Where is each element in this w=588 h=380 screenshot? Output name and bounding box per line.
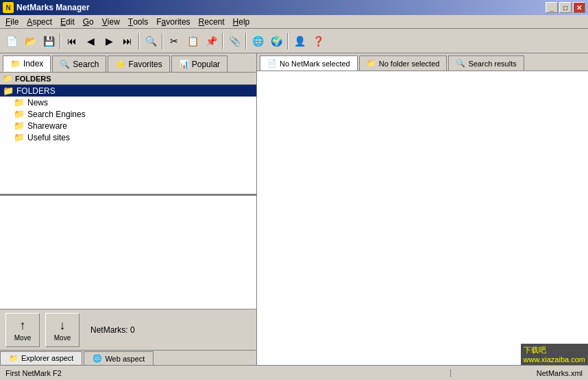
move-up-button[interactable]: ↑ Move — [5, 313, 40, 347]
separator-5 — [245, 33, 247, 49]
menu-recent[interactable]: Recent — [195, 15, 229, 28]
toolbar-prev[interactable]: ◀ — [82, 32, 99, 50]
status-left: First NetMark F2 — [0, 369, 451, 377]
toolbar-mark[interactable]: 📎 — [225, 32, 243, 50]
no-folder-icon: 📁 — [367, 59, 376, 68]
separator-6 — [287, 33, 289, 49]
bottom-pane — [0, 196, 256, 309]
maximize-button[interactable]: □ — [559, 2, 572, 13]
toolbar-last[interactable]: ⏭ — [119, 32, 136, 50]
toolbar-first[interactable]: ⏮ — [63, 32, 81, 50]
menu-tools[interactable]: Tools — [124, 15, 152, 28]
toolbar-open[interactable]: 📂 — [21, 32, 39, 50]
action-bar: ↑ Move ↓ Move NetMarks: 0 — [0, 309, 256, 350]
menu-help[interactable]: Help — [229, 15, 254, 28]
search-results-icon: 🔍 — [456, 59, 465, 68]
root-folder-icon: 📁 — [3, 86, 14, 96]
right-tab-no-folder[interactable]: 📁 No folder selected — [359, 55, 448, 71]
toolbar-cut[interactable]: ✂ — [165, 32, 183, 50]
status-right: NetMarks.xml — [451, 369, 588, 377]
toolbar-paste[interactable]: 📌 — [202, 32, 220, 50]
shareware-folder-icon: 📁 — [14, 121, 25, 131]
toolbar-help[interactable]: ❓ — [309, 32, 327, 50]
toolbar-save[interactable]: 💾 — [40, 32, 58, 50]
folder-tree-header: 📁 FOLDERS — [0, 73, 256, 85]
right-content-area — [257, 71, 588, 365]
right-tabbar: 📄 No NetMark selected 📁 No folder select… — [257, 53, 588, 71]
menu-go[interactable]: Go — [79, 15, 98, 28]
move-up-icon: ↑ — [20, 318, 26, 333]
news-folder-icon: 📁 — [14, 97, 25, 107]
minimize-button[interactable]: _ — [546, 2, 558, 13]
folder-icon: 📁 — [10, 59, 21, 68]
toolbar-globe2[interactable]: 🌍 — [267, 32, 285, 50]
explorer-aspect-icon: 📁 — [9, 354, 19, 363]
menu-file[interactable]: File — [1, 15, 23, 28]
menu-view[interactable]: View — [98, 15, 124, 28]
separator-4 — [222, 33, 223, 49]
tab-favorites[interactable]: ⭐ Favorites — [108, 55, 169, 72]
popular-tab-icon: 📊 — [179, 60, 189, 69]
app-icon: N — [3, 2, 14, 13]
menubar: File Aspect Edit Go View Tools Favorites… — [0, 15, 588, 29]
aspect-tab-web[interactable]: 🌐 Web aspect — [84, 351, 154, 365]
menu-aspect[interactable]: Aspect — [23, 15, 56, 28]
tab-popular[interactable]: 📊 Popular — [171, 55, 228, 72]
right-tab-search-results[interactable]: 🔍 Search results — [448, 55, 524, 71]
tree-item-useful-sites[interactable]: 📁 Useful sites — [0, 131, 256, 143]
watermark: 下载吧 www.xiazaiba.com — [521, 344, 588, 365]
menu-favorites[interactable]: Favorites — [152, 15, 194, 28]
toolbar-next[interactable]: ▶ — [100, 32, 118, 50]
menu-edit[interactable]: Edit — [56, 15, 79, 28]
toolbar-globe1[interactable]: 🌐 — [249, 32, 267, 50]
web-aspect-icon: 🌐 — [93, 354, 102, 363]
toolbar-user[interactable]: 👤 — [291, 32, 308, 50]
separator-1 — [60, 33, 61, 49]
separator-2 — [138, 33, 140, 49]
favorites-tab-icon: ⭐ — [115, 60, 125, 69]
left-panel: 📁 Index 🔍 Search ⭐ Favorites 📊 Popular — [0, 53, 257, 365]
no-netmark-icon: 📄 — [267, 59, 277, 68]
tab-index[interactable]: 📁 Index — [3, 55, 51, 72]
window-title: NetMarks Manager — [16, 3, 546, 12]
right-tab-no-netmark[interactable]: 📄 No NetMark selected — [260, 55, 358, 71]
statusbar: First NetMark F2 NetMarks.xml — [0, 365, 588, 380]
aspect-tab-explorer[interactable]: 📁 Explorer aspect — [0, 351, 82, 365]
titlebar: N NetMarks Manager _ □ ✕ — [0, 0, 588, 15]
aspect-tabs: 📁 Explorer aspect 🌐 Web aspect — [0, 350, 256, 365]
left-tabbar: 📁 Index 🔍 Search ⭐ Favorites 📊 Popular — [0, 53, 256, 73]
tree-item-news[interactable]: 📁 News — [0, 97, 256, 108]
tab-search[interactable]: 🔍 Search — [52, 55, 106, 72]
toolbar: 📄 📂 💾 ⏮ ◀ ▶ ⏭ 🔍 ✂ 📋 📌 📎 🌐 🌍 👤 ❓ — [0, 29, 588, 53]
tree-item-shareware[interactable]: 📁 Shareware — [0, 120, 256, 131]
separator-3 — [162, 33, 163, 49]
tree-item-root[interactable]: 📁 FOLDERS — [0, 85, 256, 97]
right-panel: 📄 No NetMark selected 📁 No folder select… — [257, 53, 588, 365]
move-down-icon: ↓ — [60, 318, 66, 333]
folder-header-icon: 📁 — [3, 74, 12, 83]
toolbar-search[interactable]: 🔍 — [142, 32, 160, 50]
close-button[interactable]: ✕ — [573, 2, 585, 13]
search-engines-folder-icon: 📁 — [14, 109, 25, 119]
move-down-button[interactable]: ↓ Move — [45, 313, 79, 347]
netmarks-count-label: NetMarks: 0 — [90, 325, 135, 335]
useful-sites-folder-icon: 📁 — [14, 132, 25, 142]
toolbar-copy[interactable]: 📋 — [184, 32, 201, 50]
tree-item-search-engines[interactable]: 📁 Search Engines — [0, 108, 256, 120]
folder-tree: 📁 FOLDERS 📁 FOLDERS 📁 News 📁 Search Engi… — [0, 73, 256, 196]
toolbar-new[interactable]: 📄 — [3, 32, 21, 50]
netmarks-count-value: 0 — [130, 325, 135, 335]
search-tab-icon: 🔍 — [60, 60, 70, 69]
window-controls: _ □ ✕ — [546, 2, 585, 13]
